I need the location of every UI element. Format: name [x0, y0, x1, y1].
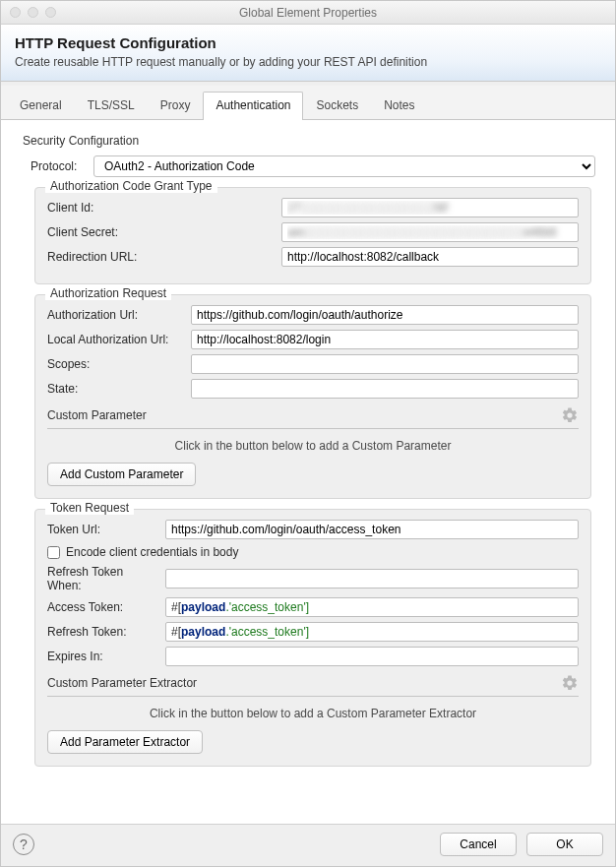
add-custom-parameter-button[interactable]: Add Custom Parameter [47, 463, 196, 486]
refresh-token-label: Refresh Token: [47, 625, 165, 639]
window-title: Global Element Properties [1, 6, 615, 20]
tab-notes[interactable]: Notes [371, 92, 427, 119]
section-security-config-label: Security Configuration [23, 134, 603, 148]
token-url-label: Token Url: [47, 523, 165, 536]
cancel-button[interactable]: Cancel [440, 833, 517, 856]
custom-parameter-extractor-hint: Click in the button below to add a Custo… [47, 707, 579, 720]
authorization-url-label: Authorization Url: [47, 308, 191, 322]
minimize-window-icon[interactable] [28, 7, 38, 18]
expires-in-input[interactable] [165, 647, 579, 666]
dialog-subtitle: Create reusable HTTP request manually or… [15, 55, 601, 69]
protocol-select[interactable]: OAuth2 - Authorization Code [93, 155, 595, 177]
tab-proxy[interactable]: Proxy [148, 92, 204, 119]
access-token-expression-input[interactable]: #[payload.'access_token'] [165, 597, 579, 617]
state-label: State: [47, 382, 191, 396]
protocol-label: Protocol: [31, 159, 93, 173]
refresh-token-when-input[interactable] [165, 569, 579, 588]
custom-parameter-extractor-heading: Custom Parameter Extractor [47, 676, 197, 690]
group-legend-auth-request: Authorization Request [45, 286, 171, 300]
refresh-token-when-label: Refresh Token When: [47, 565, 165, 592]
encode-credentials-checkbox[interactable] [47, 546, 60, 559]
add-parameter-extractor-button[interactable]: Add Parameter Extractor [47, 730, 203, 754]
redirection-url-input[interactable] [281, 247, 579, 267]
client-id-input[interactable] [281, 198, 579, 217]
tab-authentication[interactable]: Authentication [203, 92, 303, 120]
expires-in-label: Expires In: [47, 650, 165, 663]
access-token-label: Access Token: [47, 600, 165, 614]
help-icon[interactable]: ? [13, 834, 34, 855]
group-authorization-request: Authorization Request Authorization Url:… [34, 294, 591, 499]
local-authorization-url-label: Local Authorization Url: [47, 333, 191, 346]
tab-bar: General TLS/SSL Proxy Authentication Soc… [1, 86, 615, 120]
token-url-input[interactable] [165, 520, 579, 539]
custom-parameter-hint: Click in the button below to add a Custo… [47, 439, 579, 453]
custom-parameter-heading: Custom Parameter [47, 408, 147, 422]
tab-panel-authentication: Security Configuration Protocol: OAuth2 … [1, 120, 615, 824]
titlebar: Global Element Properties [1, 1, 615, 25]
state-input[interactable] [191, 379, 579, 399]
dialog-footer: ? Cancel OK [1, 824, 615, 866]
encode-credentials-label: Encode client credentials in body [66, 545, 238, 559]
local-authorization-url-input[interactable] [191, 330, 579, 349]
redirection-url-label: Redirection URL: [47, 250, 281, 264]
gear-icon[interactable] [561, 406, 579, 424]
group-legend-grant-type: Authorization Code Grant Type [45, 179, 217, 193]
zoom-window-icon[interactable] [45, 7, 56, 18]
tab-sockets[interactable]: Sockets [303, 92, 371, 119]
tab-tls-ssl[interactable]: TLS/SSL [75, 92, 148, 119]
group-legend-token-request: Token Request [45, 501, 134, 515]
group-token-request: Token Request Token Url: Encode client c… [34, 509, 591, 767]
tab-general[interactable]: General [7, 92, 75, 119]
refresh-token-expression-input[interactable]: #[payload.'access_token'] [165, 622, 579, 642]
client-id-label: Client Id: [47, 201, 281, 215]
client-secret-label: Client Secret: [47, 225, 281, 239]
ok-button[interactable]: OK [526, 833, 603, 856]
scopes-label: Scopes: [47, 357, 191, 371]
close-window-icon[interactable] [10, 7, 21, 18]
dialog-header: HTTP Request Configuration Create reusab… [1, 25, 615, 82]
group-authorization-code-grant-type: Authorization Code Grant Type Client Id:… [34, 187, 591, 284]
dialog-title: HTTP Request Configuration [15, 34, 601, 51]
client-secret-input[interactable] [281, 222, 579, 242]
scopes-input[interactable] [191, 354, 579, 374]
gear-icon[interactable] [561, 674, 579, 692]
authorization-url-input[interactable] [191, 305, 579, 325]
